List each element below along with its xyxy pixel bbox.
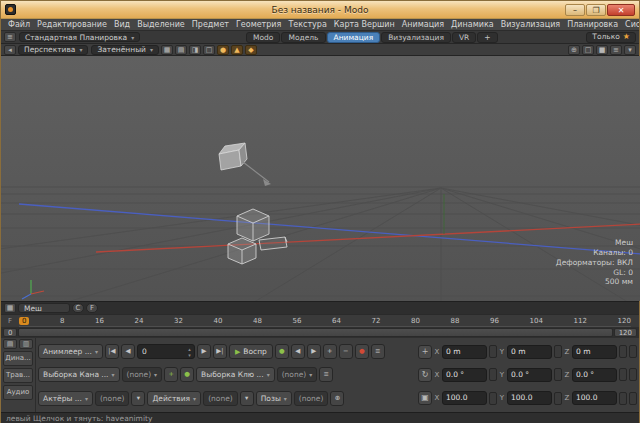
scale-z-field[interactable]: 100.0 — [572, 391, 617, 405]
scale-icon[interactable]: ▣ — [418, 391, 432, 405]
menu-edit[interactable]: Редактирование — [34, 20, 110, 29]
side-tab-dynamics[interactable]: Дина... — [3, 351, 33, 366]
tab-render[interactable]: Визуализация — [381, 32, 451, 43]
key-toggle-icon[interactable] — [619, 392, 627, 405]
key-toggle-icon[interactable] — [554, 345, 562, 358]
position-z-field[interactable]: 0 m — [572, 345, 617, 359]
side-tab-audio[interactable]: Аудио — [3, 385, 33, 400]
timeline-f-button[interactable]: F — [86, 303, 98, 313]
tab-modo[interactable]: Modo — [246, 32, 280, 43]
key-toggle-icon[interactable] — [554, 392, 562, 405]
tab-animate[interactable]: Анимация — [327, 32, 381, 43]
layout-switch-icon[interactable]: ≡ — [4, 32, 16, 42]
menu-vertexmap[interactable]: Карта Вершин — [331, 20, 398, 29]
key-toggle-icon[interactable] — [619, 368, 627, 381]
actions-value[interactable]: (none) — [203, 391, 238, 406]
menu-system[interactable]: Система — [622, 20, 639, 29]
step-forward-button[interactable]: ▶ — [197, 344, 211, 359]
actor-menu-icon[interactable]: ▾ — [131, 391, 145, 406]
key-channel-icon[interactable]: ● — [180, 367, 194, 382]
menu-file[interactable]: Файл — [5, 20, 33, 29]
key-toggle-icon[interactable] — [554, 368, 562, 381]
position-y-field[interactable]: 0 m — [507, 345, 552, 359]
view-mode-dropdown[interactable]: Перспектива ▾ — [18, 45, 88, 55]
side-tab-gravity[interactable]: Трав... — [3, 368, 33, 383]
tab-vr[interactable]: VR — [452, 32, 476, 43]
viewport-options-icon[interactable]: ≡ — [610, 45, 622, 55]
viewport-overlay-icon[interactable]: ■ — [596, 45, 608, 55]
select-channels-value[interactable]: (none) ▾ — [122, 367, 163, 382]
select-channels-dropdown[interactable]: Выборка Кана ... ▾ — [38, 367, 120, 382]
only-starred-button[interactable]: Только ★ — [586, 32, 636, 43]
go-end-button[interactable]: ▶| — [213, 344, 227, 359]
timeline-c-button[interactable]: C — [72, 303, 84, 313]
spin-down-icon[interactable]: ▾ — [188, 352, 191, 358]
actions-dropdown[interactable]: Действия ▾ — [147, 391, 201, 406]
reset-icon[interactable] — [629, 392, 637, 405]
menu-select[interactable]: Выделение — [134, 20, 188, 29]
select-keys-value[interactable]: (none) ▾ — [277, 367, 318, 382]
prev-key-icon[interactable]: ◀ — [291, 344, 305, 359]
poses-value[interactable]: (none) — [294, 391, 329, 406]
snapping-icon[interactable]: ◆ — [245, 45, 257, 55]
actors-value[interactable]: (none) — [95, 391, 130, 406]
step-back-button[interactable]: ◀ — [121, 344, 135, 359]
channel-filter-icon[interactable]: ≡ — [319, 367, 333, 382]
close-button[interactable]: ✕ — [607, 4, 635, 16]
position-x-field[interactable]: 0 m — [442, 345, 487, 359]
play-button[interactable]: ▶ Воспр — [229, 344, 273, 359]
reset-icon[interactable] — [629, 345, 637, 358]
current-frame-marker[interactable]: 0 — [19, 317, 29, 325]
tab-model[interactable]: Модель — [281, 32, 325, 43]
move-icon[interactable]: + — [418, 345, 432, 359]
select-keys-dropdown[interactable]: Выборка Клю ... ▾ — [196, 367, 275, 382]
key-toggle-icon[interactable] — [619, 345, 627, 358]
tab-add[interactable]: + — [477, 32, 497, 43]
go-start-button[interactable]: |◀ — [105, 344, 119, 359]
maximize-button[interactable]: ❐ — [586, 4, 606, 16]
key-toggle-icon[interactable] — [489, 392, 497, 405]
poses-dropdown[interactable]: Позы ▾ — [256, 391, 292, 406]
range-scrollbar[interactable] — [18, 328, 612, 337]
3d-viewport[interactable]: Меш Каналы: 0 Деформаторы: ВКЛ GL: 0 500… — [1, 56, 640, 301]
track-icon[interactable]: ▦ — [4, 303, 16, 313]
key-toggle-icon[interactable] — [489, 345, 497, 358]
quad-view-icon[interactable]: ◨ — [189, 45, 201, 55]
range-end-field[interactable]: 120 — [614, 328, 637, 337]
viewport-target-icon[interactable]: ⊕ — [568, 45, 580, 55]
auto-key-icon[interactable]: ● — [275, 344, 289, 359]
reset-icon[interactable] — [629, 368, 637, 381]
action-menu-icon[interactable]: ▾ — [240, 391, 254, 406]
rotation-y-field[interactable]: 0.0 ° — [507, 368, 552, 382]
action-center-icon[interactable]: ● — [217, 45, 229, 55]
layout-selector[interactable]: Стандартная Планировка ▾ — [19, 32, 140, 42]
shading-mode-dropdown[interactable]: Затенённый ▾ — [91, 45, 159, 55]
menu-animate[interactable]: Анимация — [399, 20, 447, 29]
record-icon[interactable]: ● — [355, 344, 369, 359]
menu-item[interactable]: Предмет — [189, 20, 232, 29]
menu-render[interactable]: Визуализация — [498, 20, 564, 29]
add-key-icon[interactable]: + — [323, 344, 337, 359]
menu-view[interactable]: Вид — [111, 20, 133, 29]
split-view-icon[interactable]: ▤ — [175, 45, 187, 55]
pose-add-icon[interactable]: ⊕ — [330, 391, 344, 406]
anim-layer-dropdown[interactable]: Анимлеер ... ▾ — [38, 344, 103, 359]
falloff-icon[interactable]: ▲ — [231, 45, 243, 55]
delete-key-icon[interactable]: − — [339, 344, 353, 359]
range-start-field[interactable]: 0 — [3, 328, 17, 337]
single-view-icon[interactable]: □ — [203, 45, 215, 55]
scale-y-field[interactable]: 100.0 — [507, 391, 552, 405]
next-key-icon[interactable]: ▶ — [307, 344, 321, 359]
timeline-ruler[interactable]: F 0 8 16 24 32 40 48 56 64 72 80 88 96 1… — [1, 314, 639, 327]
viewport-frame-icon[interactable]: □ — [582, 45, 594, 55]
grid-view-icon[interactable]: ▦ — [161, 45, 173, 55]
viewport-menu-icon[interactable]: ▾ — [624, 45, 636, 55]
collapse-icon[interactable]: ◂ — [4, 45, 16, 55]
menu-geometry[interactable]: Геометрия — [233, 20, 284, 29]
actors-dropdown[interactable]: Актёры ... ▾ — [38, 391, 93, 406]
rotation-z-field[interactable]: 0.0 ° — [572, 368, 617, 382]
menu-texture[interactable]: Текстура — [285, 20, 329, 29]
panel-layout-icon[interactable]: ▤ — [3, 339, 17, 349]
panel-list-icon[interactable]: ▥ — [19, 339, 33, 349]
scale-x-field[interactable]: 100.0 — [442, 391, 487, 405]
